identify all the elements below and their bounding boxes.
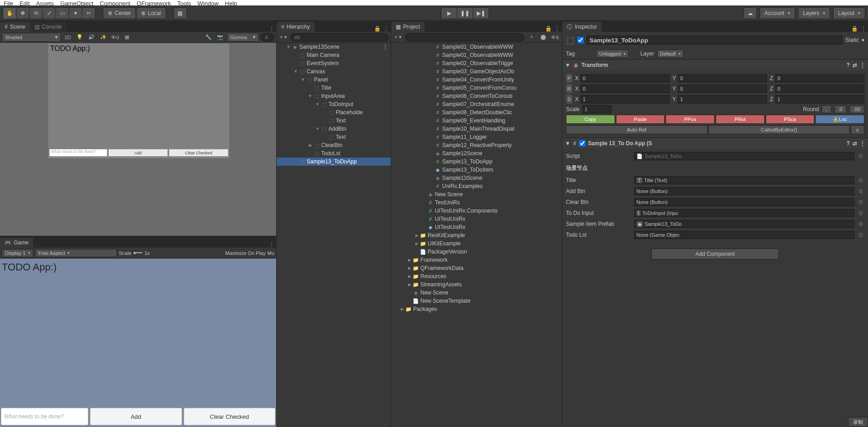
lock-icon[interactable]: 🔒 xyxy=(851,25,858,32)
autoref-button[interactable]: Auto Ref xyxy=(566,125,707,134)
create-dropdown[interactable]: + ▾ xyxy=(278,33,288,41)
aspect-dropdown[interactable]: Free Aspect xyxy=(35,249,117,257)
step-button[interactable]: ▶❚ xyxy=(473,7,489,19)
pause-button[interactable]: ❚❚ xyxy=(457,7,473,19)
static-dropdown-icon[interactable]: ▾ xyxy=(862,37,864,43)
filter-icon[interactable]: ⚬ xyxy=(526,33,536,41)
tree-row[interactable]: #Sample08_DetectDoubleClic xyxy=(391,108,562,117)
tree-row[interactable]: ▼⬚AddBtn xyxy=(277,125,391,133)
snap-tool[interactable]: ▦ xyxy=(173,7,187,19)
tree-row[interactable]: #Sample03_GameObjectAsOb xyxy=(391,67,562,76)
project-search[interactable] xyxy=(405,33,525,41)
tab-game[interactable]: 🎮 Game xyxy=(0,238,33,248)
tree-row[interactable]: ▶📁QFrameworkData xyxy=(391,264,562,272)
menu-qframework[interactable]: QFramework xyxy=(137,0,171,5)
tree-row[interactable]: #Sample11_Logger xyxy=(391,133,562,141)
menu-icon[interactable]: ⋮ xyxy=(860,140,865,147)
tree-row[interactable]: ▼⬚InputArea xyxy=(277,92,391,100)
static-label[interactable]: Static xyxy=(845,37,859,43)
scene-view[interactable]: TODO App:) What needs to be done? Add Cl… xyxy=(0,43,276,236)
object-name-input[interactable] xyxy=(586,36,843,45)
tab-inspector[interactable]: ⓘ Inspector xyxy=(562,22,601,32)
transform-tool[interactable]: ✦ xyxy=(69,7,82,19)
grid-icon[interactable]: ▦ xyxy=(122,33,132,41)
object-field[interactable]: None (Game Objec xyxy=(634,231,854,239)
panel-menu-icon[interactable]: ⋮ xyxy=(384,25,389,32)
active-checkbox[interactable] xyxy=(577,37,584,43)
rect-tool[interactable]: ▭ xyxy=(56,7,69,19)
tree-row[interactable]: ⬚Text xyxy=(277,133,391,141)
pivot-center[interactable]: ⊕ Center xyxy=(103,7,136,19)
tree-row[interactable]: ▶⬚ClearBtn xyxy=(277,141,391,149)
tag-dropdown[interactable]: Untagged xyxy=(596,50,629,58)
calledby-button[interactable]: CalledByEditor() xyxy=(708,125,850,134)
account-dropdown[interactable]: Account xyxy=(760,7,795,19)
tree-row[interactable]: #Sample10_MainThreadDispat xyxy=(391,125,562,133)
item-menu-icon[interactable]: ⋮ xyxy=(383,44,388,50)
rot-y[interactable] xyxy=(678,85,767,93)
game-add-button[interactable]: Add xyxy=(90,408,182,425)
object-field[interactable]: None (Button) xyxy=(634,198,854,206)
tab-scene[interactable]: # Scene xyxy=(0,22,30,32)
component-enabled[interactable] xyxy=(579,140,585,147)
cloud-button[interactable]: ☁ xyxy=(743,7,757,19)
c-button[interactable]: c xyxy=(851,125,864,134)
scale-uniform-input[interactable] xyxy=(582,105,611,113)
hierarchy-search[interactable] xyxy=(290,33,389,41)
layout-dropdown[interactable]: Layout xyxy=(833,7,865,19)
tree-row[interactable]: 📄PackageVersion xyxy=(391,248,562,256)
scale-tool[interactable]: ⤢ xyxy=(42,7,56,19)
panel-menu-icon[interactable]: ⋮ xyxy=(555,25,560,32)
object-field[interactable]: IToDoInput (Inpu xyxy=(634,209,854,217)
audio-icon[interactable]: 🔊 xyxy=(86,33,96,41)
menu-help[interactable]: Help xyxy=(225,0,237,5)
tree-row[interactable]: ▶📁ResKitExample xyxy=(391,231,562,239)
help-icon[interactable]: ? xyxy=(847,140,850,147)
tree-row[interactable]: ⬚EventSystem xyxy=(277,59,391,67)
tree-row[interactable]: #Sample13_ToDoApp xyxy=(391,158,562,166)
tree-row[interactable]: ◈New Scene xyxy=(391,190,562,198)
tree-row[interactable]: ⬚TodoLst xyxy=(277,149,391,158)
tree-row[interactable]: #Sample12_ReactiveProperty xyxy=(391,141,562,149)
tree-row[interactable]: #Sample06_ConvertToCorouti xyxy=(391,92,562,100)
round-0[interactable]: .0 xyxy=(834,105,847,113)
tree-row[interactable]: #Sample09_EventHandling xyxy=(391,117,562,125)
tree-row[interactable]: #Sample01_ObservableWWW xyxy=(391,43,562,51)
ppos-button[interactable]: PPos xyxy=(666,115,715,124)
tree-row[interactable]: ◆UITestUniRx xyxy=(391,223,562,231)
psca-button[interactable]: PSca xyxy=(766,115,815,124)
camera-icon[interactable]: 📷 xyxy=(215,33,225,41)
object-picker-icon[interactable]: ⊙ xyxy=(857,188,864,194)
tree-row[interactable]: #UniRx.Examples xyxy=(391,182,562,190)
tree-row[interactable]: ◈Sample13Scene xyxy=(391,174,562,182)
tree-row[interactable]: ⬚Placeholde xyxy=(277,108,391,117)
pivot-local[interactable]: ⊗ Local xyxy=(136,7,166,19)
menu-icon[interactable]: ⋮ xyxy=(860,62,865,68)
favorite-icon[interactable]: ⬤ xyxy=(538,33,548,41)
tree-row[interactable]: ◆Sample13_ToDoItem xyxy=(391,166,562,174)
lock-icon[interactable]: 🔒 xyxy=(545,25,552,32)
tree-row[interactable]: ▼◈Sample13Scene⋮ xyxy=(277,43,391,51)
play-button[interactable]: ▶ xyxy=(441,7,457,19)
pos-x[interactable] xyxy=(580,74,670,82)
scale-y[interactable] xyxy=(678,95,767,103)
pos-y[interactable] xyxy=(678,74,767,82)
loc-button[interactable]: 🔒Loc xyxy=(815,115,864,124)
rot-x[interactable] xyxy=(580,85,670,93)
prot-button[interactable]: PRot xyxy=(716,115,765,124)
tree-row[interactable]: ⬚Sample13_ToDoApp xyxy=(277,158,391,166)
round-dot[interactable]: . xyxy=(822,105,831,113)
tree-row[interactable]: ▶📁Packages xyxy=(391,305,562,313)
hand-tool[interactable]: ✋ xyxy=(3,7,16,19)
tree-row[interactable]: #Sample04_ConvertFromUnity xyxy=(391,76,562,84)
rotate-tool[interactable]: ⟲ xyxy=(29,7,43,19)
tree-row[interactable]: #Sample07_OrchestratIEnume xyxy=(391,100,562,108)
tree-row[interactable]: #Sample01_ObservableWWW xyxy=(391,51,562,59)
tree-row[interactable]: #UITestUniRx.Components xyxy=(391,207,562,215)
menu-assets[interactable]: Assets xyxy=(36,0,54,5)
light-icon[interactable]: 💡 xyxy=(75,33,85,41)
tree-row[interactable]: ▼⬚Canvas xyxy=(277,67,391,76)
gizmos-dropdown[interactable]: Gizmos▾ xyxy=(227,33,259,42)
object-field[interactable]: TTitle (Text) xyxy=(634,176,854,184)
scale-z[interactable] xyxy=(775,95,864,103)
